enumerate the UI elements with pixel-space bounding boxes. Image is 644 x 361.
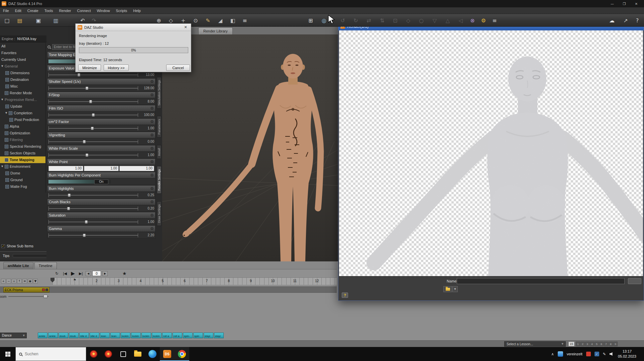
tree-item-spectral-rendering[interactable]: Spectral Rendering (0, 143, 45, 150)
expand-arrow-icon[interactable]: ▼ (1, 165, 5, 168)
slider-track[interactable] (48, 140, 138, 144)
menu-item-help[interactable]: Help (130, 7, 144, 14)
pan-down-icon[interactable]: ▽ (430, 16, 440, 25)
expand-arrow-icon[interactable]: ▼ (1, 98, 5, 101)
open-scene-icon[interactable]: ▤ (15, 16, 25, 25)
surface-brush-icon[interactable]: ✎ (203, 16, 213, 25)
step-forward-button[interactable]: ▶ (102, 271, 108, 276)
lesson-page-4[interactable]: 4 (590, 342, 594, 346)
timeline-clock-icon[interactable]: ⊙ (191, 16, 201, 25)
weather-label[interactable]: vereinzelt (567, 352, 582, 356)
gear-icon[interactable]: ⚙ (150, 93, 154, 97)
aniblock-6[interactable]: idle d (90, 333, 99, 338)
aniblock-1[interactable]: ankle (38, 333, 47, 338)
aniblock-18[interactable]: stayi (214, 333, 224, 338)
pen-icon[interactable]: ✎ (603, 352, 606, 356)
geometry-cube-icon[interactable]: ◧ (228, 16, 238, 25)
security-icon[interactable]: ✓ (595, 352, 599, 356)
track-red-marker[interactable] (42, 288, 45, 291)
tab-timeline[interactable]: Timeline (34, 262, 57, 269)
slider-track[interactable] (48, 207, 138, 211)
slider-handle[interactable] (83, 140, 86, 143)
tree-item-general[interactable]: ▼General (0, 63, 45, 70)
translate-v-icon[interactable]: ⇅ (377, 16, 387, 25)
orbit-tool-icon[interactable]: ○ (416, 16, 426, 25)
aniblock-7[interactable]: lean (100, 333, 110, 338)
filter-tracks-icon[interactable]: ▼ (33, 279, 38, 283)
tree-item-update[interactable]: Update (0, 103, 45, 110)
lesson-page-5[interactable]: 5 (595, 342, 599, 346)
aniblock-10[interactable]: lockin (131, 333, 141, 338)
loop-icon[interactable]: ↻ (53, 270, 60, 276)
remove-track-icon[interactable]: − (6, 279, 11, 283)
cancel-button[interactable]: Cancel (166, 65, 190, 71)
tree-item-post-prediction[interactable]: Post Prediction (0, 116, 45, 123)
side-tab-parameters[interactable]: Parameters (157, 116, 162, 138)
tree-item-completion[interactable]: ▼Completion (0, 110, 45, 116)
aniblock-8[interactable]: lean (110, 333, 120, 338)
aniblock-15[interactable]: spin- (183, 333, 193, 338)
start-button[interactable] (0, 347, 15, 361)
tree-item-dimensions[interactable]: Dimensions (0, 70, 45, 76)
frame-counter[interactable]: 0 (92, 271, 101, 276)
slider-handle[interactable] (68, 194, 71, 197)
save-scene-icon[interactable]: ▣ (33, 16, 43, 25)
value-field[interactable]: 1.00 (119, 166, 154, 171)
slider-track[interactable] (48, 220, 138, 224)
side-tab-render-settings[interactable]: Render Settings (157, 166, 162, 194)
zoom-slider[interactable] (8, 295, 48, 298)
slider-handle[interactable] (86, 87, 89, 90)
menu-item-connect[interactable]: Connect (74, 7, 94, 14)
side-tab-simulation-settings[interactable]: Simulation Settings (157, 77, 162, 109)
file-explorer-button[interactable] (130, 347, 145, 361)
lesson-page-2[interactable]: 2 (580, 342, 585, 346)
close-button[interactable]: ✕ (630, 0, 642, 7)
tree-item-alpha[interactable]: Alpha (0, 123, 45, 130)
slider-handle[interactable] (67, 207, 70, 210)
aniblock-17[interactable]: stayi (204, 333, 213, 338)
slider-handle[interactable] (83, 234, 86, 237)
gear-icon[interactable]: ⚙ (150, 106, 154, 111)
tree-item-destination[interactable]: Destination (0, 76, 45, 83)
render-tool-icon[interactable]: ◢ (215, 16, 225, 25)
folder-button[interactable] (443, 286, 452, 292)
slider-track[interactable] (48, 233, 138, 237)
tray-expand-icon[interactable]: ∧ (551, 352, 554, 356)
help-icon[interactable]: ? (632, 16, 642, 25)
slider-handle[interactable] (89, 100, 92, 103)
volume-icon[interactable] (610, 352, 614, 356)
lock-tracks-icon[interactable]: ≡ (22, 279, 27, 283)
lesson-page-6[interactable]: 6 (599, 342, 604, 346)
slider-track[interactable] (48, 126, 138, 130)
aniblock-4[interactable]: doub (69, 333, 79, 338)
minimize-dialog-button[interactable]: Minimize (78, 65, 101, 71)
save-render-button[interactable] (628, 278, 641, 284)
connect-cloud-icon[interactable]: ☁ (607, 16, 617, 25)
scale-tool-icon[interactable]: ⊡ (390, 16, 400, 25)
maximize-button[interactable]: ❐ (618, 0, 630, 7)
new-scene-icon[interactable]: □ (2, 16, 12, 25)
daz-studio-button[interactable]: DS (160, 347, 175, 361)
tree-item-currently-used[interactable]: Currently Used (0, 56, 45, 63)
lesson-select[interactable]: Select a Lesson... ▼ (504, 341, 566, 347)
search-box[interactable] (15, 347, 86, 361)
expand-arrow-icon[interactable]: ▼ (5, 112, 9, 114)
create-key-icon[interactable]: ★ (122, 271, 127, 276)
tree-item-render-mode[interactable]: Render Mode (0, 90, 45, 96)
slider-track[interactable] (48, 86, 138, 90)
frame-tool-icon[interactable]: ◇ (403, 16, 413, 25)
slider-track[interactable] (48, 153, 138, 157)
aniblock-9[interactable]: lockin (121, 333, 130, 338)
lesson-page-8[interactable]: 8 (609, 342, 613, 346)
remote-app-icon[interactable] (586, 352, 591, 356)
slider-handle[interactable] (86, 153, 89, 157)
rotate-ccw-icon[interactable]: ↺ (338, 16, 348, 25)
tree-item-ground[interactable]: Ground (0, 176, 45, 183)
aniblock-5[interactable]: idle d (79, 333, 89, 338)
move-track-down-icon[interactable]: ↓ (12, 279, 16, 283)
lesson-page-1[interactable]: 1 (576, 342, 580, 346)
render-help-button[interactable]: ? (342, 292, 348, 298)
tree-item-dome[interactable]: Dome (0, 170, 45, 176)
aniblock-12[interactable]: lockin (152, 333, 162, 338)
toggle-button[interactable]: On (94, 179, 108, 184)
